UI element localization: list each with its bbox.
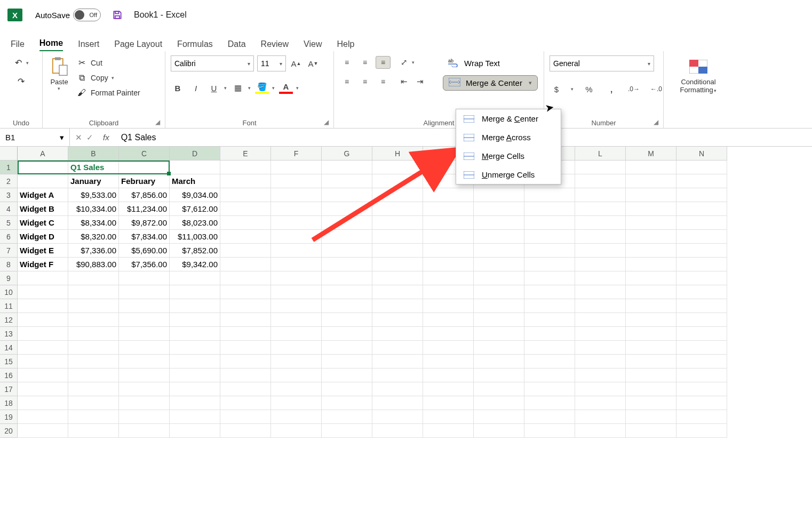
cell[interactable]: Widget A [18,188,68,202]
row-header[interactable]: 19 [0,410,18,424]
cell[interactable] [575,368,626,382]
cell[interactable] [575,202,626,216]
cell[interactable] [676,424,727,438]
redo-button[interactable]: ↷ [15,74,27,89]
cell[interactable] [372,313,423,327]
cell[interactable] [119,424,170,438]
merge-menu-item[interactable]: Merge & Center [456,109,561,128]
cell[interactable] [220,368,271,382]
tab-home[interactable]: Home [39,38,63,51]
cell[interactable] [474,299,524,313]
cell[interactable] [626,424,676,438]
cell[interactable] [18,271,68,285]
cell[interactable] [119,396,170,410]
cell[interactable] [676,368,727,382]
cell[interactable] [474,355,524,368]
cell[interactable]: Widget F [18,258,68,271]
cell[interactable] [423,368,474,382]
cancel-formula-icon[interactable]: ✕ [75,133,82,142]
cell[interactable] [676,382,727,396]
row-header[interactable]: 13 [0,327,18,341]
cell[interactable] [18,299,68,313]
row-header[interactable]: 4 [0,202,18,216]
fill-color-button[interactable]: 🪣 [255,82,269,94]
cell[interactable]: March [170,174,220,188]
tab-formulas[interactable]: Formulas [177,39,213,51]
cell[interactable] [271,299,322,313]
cell[interactable] [524,258,575,271]
column-header[interactable]: H [372,147,423,161]
cell[interactable] [626,341,676,355]
name-box[interactable]: B1 ▾ [0,129,69,146]
cell[interactable] [271,313,322,327]
cell[interactable] [271,327,322,341]
cell[interactable] [68,299,119,313]
cell[interactable] [372,174,423,188]
cell[interactable] [575,174,626,188]
merge-menu-item[interactable]: Merge Across [456,128,561,147]
cell[interactable] [524,230,575,244]
cell[interactable] [524,188,575,202]
cell[interactable] [68,285,119,299]
cell[interactable] [372,396,423,410]
cell[interactable] [68,327,119,341]
cell[interactable] [322,355,372,368]
cell[interactable] [68,313,119,327]
cell[interactable] [575,313,626,327]
cell[interactable] [322,161,372,174]
cell[interactable] [626,396,676,410]
align-left-button[interactable]: ≡ [339,75,354,88]
cell[interactable]: $7,834.00 [119,230,170,244]
cell[interactable] [676,341,727,355]
tab-review[interactable]: Review [261,39,289,51]
row-header[interactable]: 12 [0,313,18,327]
cell[interactable]: $8,023.00 [170,216,220,230]
cell[interactable] [170,410,220,424]
cell[interactable] [524,327,575,341]
cell[interactable] [170,396,220,410]
cell[interactable] [423,313,474,327]
enter-formula-icon[interactable]: ✓ [86,133,93,142]
cell[interactable] [18,410,68,424]
cell[interactable] [524,396,575,410]
cell[interactable] [575,424,626,438]
cell[interactable] [271,161,322,174]
cell[interactable] [322,327,372,341]
cell[interactable] [575,410,626,424]
cell[interactable] [322,424,372,438]
cell[interactable]: Widget C [18,216,68,230]
cell[interactable] [524,355,575,368]
cell[interactable] [474,410,524,424]
cell[interactable] [322,341,372,355]
cell[interactable] [271,341,322,355]
cell[interactable] [68,341,119,355]
cell[interactable] [474,230,524,244]
cell[interactable] [220,355,271,368]
cell[interactable] [626,216,676,230]
cell[interactable] [271,216,322,230]
cell[interactable]: Widget E [18,244,68,258]
cell[interactable] [372,216,423,230]
tab-help[interactable]: Help [337,39,354,51]
cell[interactable] [119,341,170,355]
cell[interactable] [474,327,524,341]
cell[interactable] [119,410,170,424]
conditional-formatting-button[interactable]: Conditional Formatting ▾ [680,55,717,94]
cell[interactable] [372,188,423,202]
format-painter-button[interactable]: 🖌Format Painter [76,86,141,100]
cell[interactable] [372,424,423,438]
row-header[interactable]: 1 [0,161,18,174]
cell[interactable] [271,410,322,424]
cell[interactable] [170,285,220,299]
cell[interactable] [170,382,220,396]
cell[interactable] [626,313,676,327]
fx-icon[interactable]: fx [103,133,109,142]
cell[interactable] [524,368,575,382]
increase-indent-button[interactable]: ⇥ [413,75,427,89]
cell[interactable]: $11,234.00 [119,202,170,216]
save-icon[interactable] [112,9,123,21]
cell[interactable] [271,230,322,244]
column-header[interactable]: L [575,147,626,161]
cell[interactable] [68,271,119,285]
cell[interactable]: Widget B [18,202,68,216]
